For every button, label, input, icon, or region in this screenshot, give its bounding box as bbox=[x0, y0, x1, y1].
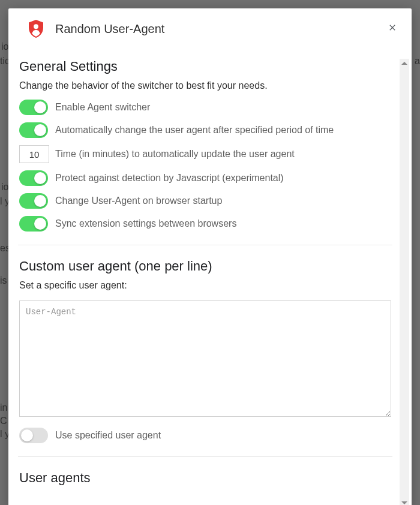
custom-ua-section: Custom user agent (one per line) Set a s… bbox=[18, 258, 392, 443]
outer-scrollbar[interactable] bbox=[400, 59, 409, 505]
label-sync: Sync extension settings between browsers bbox=[55, 218, 236, 229]
label-protect-js: Protect against detection by Javascript … bbox=[55, 173, 284, 184]
settings-modal: Random User-Agent General Settings Chang… bbox=[8, 8, 412, 505]
bg-text: is bbox=[0, 273, 7, 288]
svg-point-0 bbox=[34, 24, 38, 29]
toggle-protect-js[interactable] bbox=[19, 170, 48, 186]
label-auto-change: Automatically change the user agent afte… bbox=[55, 125, 334, 136]
setting-auto-change: Automatically change the user agent afte… bbox=[19, 122, 391, 138]
modal-header: Random User-Agent bbox=[8, 8, 412, 59]
divider bbox=[18, 456, 392, 457]
toggle-sync[interactable] bbox=[19, 216, 48, 232]
label-use-specified: Use specified user agent bbox=[55, 430, 161, 441]
setting-protect-js: Protect against detection by Javascript … bbox=[19, 170, 391, 186]
toggle-enable-switcher[interactable] bbox=[19, 100, 48, 115]
close-icon bbox=[388, 23, 397, 32]
close-button[interactable] bbox=[383, 18, 402, 37]
custom-ua-textarea[interactable] bbox=[19, 300, 391, 417]
shield-user-icon bbox=[25, 18, 47, 40]
interval-input[interactable] bbox=[19, 145, 49, 163]
toggle-auto-change[interactable] bbox=[19, 122, 48, 138]
general-settings-section: General Settings Change the behavior of … bbox=[18, 59, 392, 232]
custom-ua-heading: Custom user agent (one per line) bbox=[19, 258, 391, 274]
setting-sync: Sync extension settings between browsers bbox=[19, 216, 391, 232]
general-heading: General Settings bbox=[19, 59, 391, 74]
bg-text: io bbox=[1, 180, 8, 194]
bg-text: in bbox=[0, 401, 7, 415]
bg-text: C bbox=[0, 414, 7, 428]
user-agents-heading: User agents bbox=[19, 470, 391, 486]
label-change-startup: Change User-Agent on browser startup bbox=[55, 196, 222, 206]
general-description: Change the behavior of the switcher to b… bbox=[19, 80, 391, 91]
bg-text: io bbox=[1, 40, 8, 54]
modal-title: Random User-Agent bbox=[55, 22, 164, 36]
label-enable-switcher: Enable Agent switcher bbox=[55, 102, 150, 113]
custom-ua-label: Set a specific user agent: bbox=[19, 280, 391, 291]
divider bbox=[18, 245, 392, 245]
scroll-up-icon bbox=[401, 62, 407, 65]
setting-enable-switcher: Enable Agent switcher bbox=[19, 100, 391, 115]
toggle-change-startup[interactable] bbox=[19, 193, 48, 209]
setting-interval: Time (in minutes) to automatically updat… bbox=[19, 145, 391, 163]
scroll-down-icon bbox=[401, 501, 407, 504]
setting-use-specified: Use specified user agent bbox=[19, 428, 391, 443]
label-interval: Time (in minutes) to automatically updat… bbox=[55, 149, 295, 160]
modal-body[interactable]: General Settings Change the behavior of … bbox=[18, 59, 400, 505]
toggle-use-specified[interactable] bbox=[19, 428, 48, 443]
user-agents-section: User agents bbox=[18, 470, 392, 486]
setting-change-startup: Change User-Agent on browser startup bbox=[19, 193, 391, 209]
